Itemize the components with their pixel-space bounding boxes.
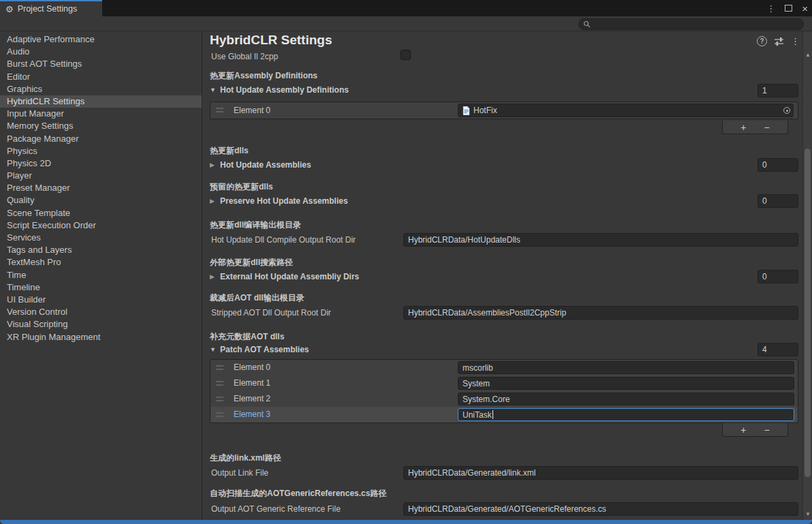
search-toolbar: [0, 16, 812, 31]
sidebar-item-textmesh-pro[interactable]: TextMesh Pro: [0, 256, 202, 268]
sidebar-item-version-control[interactable]: Version Control: [0, 306, 202, 318]
sidebar-item-input-manager[interactable]: Input Manager: [0, 108, 202, 120]
compile-output-field[interactable]: [403, 233, 798, 247]
list-item[interactable]: Element 2: [210, 391, 798, 407]
assembly-definitions-foldout[interactable]: ▼ Hot Update Assembly Definitions: [210, 85, 349, 95]
add-element-button[interactable]: +: [740, 425, 746, 435]
sidebar-item-script-execution-order[interactable]: Script Execution Order: [0, 219, 202, 232]
sidebar-item-scene-template[interactable]: Scene Template: [0, 207, 202, 219]
patch-aot-field-1[interactable]: [458, 377, 794, 390]
drag-handle-icon[interactable]: [216, 108, 223, 112]
scroll-down-icon[interactable]: ▼: [803, 511, 812, 517]
settings-sidebar: Adaptive Performance Audio Burst AOT Set…: [0, 32, 202, 520]
sidebar-item-package-manager[interactable]: Package Manager: [0, 133, 202, 145]
sidebar-item-hybridclr-settings[interactable]: HybridCLR Settings: [0, 95, 202, 108]
vertical-scrollbar[interactable]: ▲ ▼: [802, 31, 812, 520]
assembly-definitions-size-field[interactable]: [758, 84, 798, 97]
element-label: Element 0: [234, 106, 270, 115]
object-picker-icon[interactable]: [783, 107, 790, 114]
sidebar-item-time[interactable]: Time: [0, 269, 202, 281]
window-titlebar: ⚙ Project Settings ⋮ ×: [0, 0, 812, 16]
assembly-object-field[interactable]: HotFix: [458, 104, 794, 117]
maximize-icon[interactable]: [785, 5, 792, 12]
stripped-output-cn-label: 裁减后AOT dll输出根目录: [210, 292, 304, 304]
window-title: Project Settings: [18, 4, 78, 14]
aot-generic-label: Output AOT Generic Reference File: [211, 504, 341, 514]
patch-aot-cn-label: 补充元数据AOT dlls: [210, 331, 284, 343]
help-icon[interactable]: ?: [757, 36, 767, 46]
scrollbar-thumb[interactable]: [805, 149, 811, 477]
sidebar-item-burst-aot-settings[interactable]: Burst AOT Settings: [0, 58, 202, 70]
page-title: HybridCLR Settings: [210, 33, 332, 48]
window-focus-border: [0, 520, 812, 524]
foldout-closed-icon: ▶: [210, 198, 216, 204]
inspector-header-icons: ? ⋮: [757, 36, 800, 46]
search-icon: [583, 20, 591, 28]
tab-project-settings[interactable]: ⚙ Project Settings: [0, 0, 102, 16]
scroll-up-icon[interactable]: ▲: [803, 52, 812, 58]
patch-aot-field-3-text: UniTask: [463, 410, 492, 420]
sidebar-item-services[interactable]: Services: [0, 232, 202, 244]
close-icon[interactable]: ×: [802, 3, 808, 14]
remove-element-button[interactable]: −: [764, 425, 770, 435]
sidebar-item-memory-settings[interactable]: Memory Settings: [0, 120, 202, 132]
search-input[interactable]: [593, 20, 799, 29]
presets-icon[interactable]: [774, 37, 784, 46]
use-global-label: Use Global Il 2cpp: [211, 52, 278, 61]
remove-element-button[interactable]: −: [764, 123, 770, 132]
sidebar-item-timeline[interactable]: Timeline: [0, 281, 202, 294]
hot-update-assemblies-label: Hot Update Assemblies: [220, 160, 311, 170]
sidebar-item-preset-manager[interactable]: Preset Manager: [0, 182, 202, 194]
sidebar-item-audio[interactable]: Audio: [0, 46, 202, 58]
add-element-button[interactable]: +: [740, 123, 746, 132]
patch-aot-field-3[interactable]: UniTask: [458, 408, 794, 421]
stripped-output-field[interactable]: [403, 306, 798, 320]
drag-handle-icon[interactable]: [216, 381, 223, 386]
sidebar-item-xr-plugin-management[interactable]: XR Plugin Management: [0, 331, 202, 343]
preserve-assemblies-foldout[interactable]: ▶ Preserve Hot Update Assemblies: [210, 196, 348, 206]
sidebar-item-physics[interactable]: Physics: [0, 145, 202, 157]
drag-handle-icon[interactable]: [216, 365, 223, 370]
sidebar-item-tags-and-layers[interactable]: Tags and Layers: [0, 244, 202, 256]
preserve-assemblies-size-field[interactable]: [758, 194, 798, 208]
hot-update-assemblies-size-field[interactable]: [758, 158, 798, 172]
hot-update-assemblies-foldout[interactable]: ▶ Hot Update Assemblies: [210, 160, 311, 170]
sidebar-item-graphics[interactable]: Graphics: [0, 83, 202, 95]
link-file-cn-label: 生成的link.xml路径: [210, 452, 281, 464]
sidebar-item-editor[interactable]: Editor: [0, 71, 202, 83]
sidebar-item-visual-scripting[interactable]: Visual Scripting: [0, 318, 202, 330]
link-file-field[interactable]: [403, 466, 798, 480]
sidebar-item-ui-builder[interactable]: UI Builder: [0, 294, 202, 306]
compile-output-label: Hot Update Dll Compile Output Root Dir: [211, 235, 356, 245]
patch-aot-field-0[interactable]: [458, 361, 794, 374]
assembly-definitions-label: Hot Update Assembly Definitions: [220, 85, 349, 95]
patch-aot-list-footer: + −: [722, 423, 788, 437]
use-global-checkbox[interactable]: [401, 50, 411, 60]
sidebar-item-player[interactable]: Player: [0, 170, 202, 182]
drag-handle-icon[interactable]: [216, 412, 223, 417]
aot-generic-field[interactable]: [403, 502, 798, 516]
external-dirs-size-field[interactable]: [758, 270, 798, 283]
element-label: Element 2: [234, 394, 270, 403]
search-box[interactable]: [578, 18, 804, 30]
inspector-menu-icon[interactable]: ⋮: [791, 36, 800, 46]
sidebar-item-quality[interactable]: Quality: [0, 194, 202, 206]
sidebar-item-adaptive-performance[interactable]: Adaptive Performance: [0, 33, 202, 46]
patch-aot-field-2[interactable]: [458, 392, 794, 405]
assembly-object-value: HotFix: [473, 106, 780, 115]
external-dirs-foldout[interactable]: ▶ External Hot Update Assembliy Dirs: [210, 272, 359, 281]
drag-handle-icon[interactable]: [216, 397, 223, 401]
list-item[interactable]: Element 0: [210, 360, 798, 375]
list-item[interactable]: Element 0 HotFix: [210, 102, 798, 119]
element-label: Element 3: [234, 410, 270, 419]
hybridclr-settings-panel: HybridCLR Settings ? ⋮ Use Global Il 2cp…: [202, 31, 802, 520]
patch-aot-size-field[interactable]: [758, 343, 798, 356]
list-item[interactable]: Element 1: [210, 375, 798, 391]
external-dirs-label: External Hot Update Assembliy Dirs: [220, 272, 359, 281]
compile-output-cn-label: 热更新dll编译输出根目录: [210, 219, 301, 231]
patch-aot-foldout[interactable]: ▼ Patch AOT Assemblies: [210, 345, 309, 354]
window-menu-icon[interactable]: ⋮: [766, 3, 775, 14]
sidebar-item-physics-2d[interactable]: Physics 2D: [0, 157, 202, 170]
foldout-open-icon: ▼: [210, 346, 216, 353]
list-item-selected[interactable]: Element 3 UniTask: [210, 407, 798, 422]
